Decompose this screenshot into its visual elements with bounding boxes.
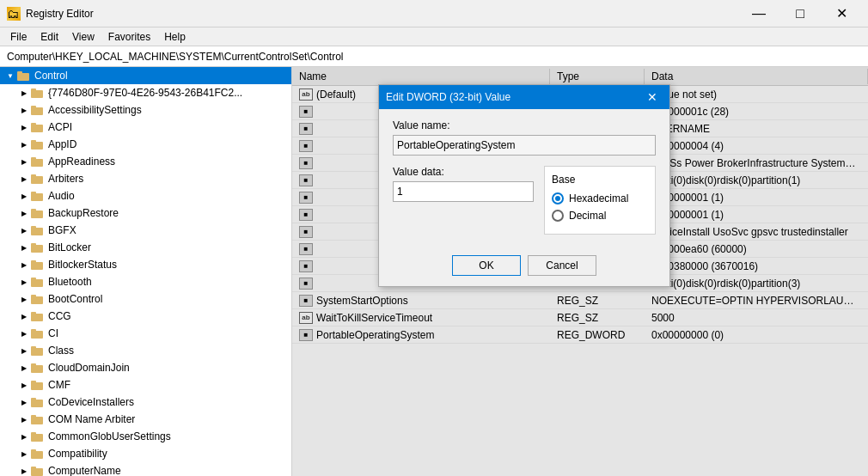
folder-icon-bluetooth (31, 275, 45, 289)
tree-arrow-12 (17, 309, 31, 323)
tree-label-9: BitLocker (48, 241, 91, 253)
dialog-close-button[interactable]: ✕ (642, 87, 663, 107)
folder-icon-10 (31, 258, 45, 272)
tree-label-20: ComputerName (48, 465, 121, 476)
value-data-input[interactable] (393, 181, 534, 202)
tree-item-20[interactable]: ComputerName (0, 462, 291, 476)
tree-arrow-4 (17, 155, 31, 168)
tree-arrow-15 (17, 378, 31, 392)
tree-label-class: Class (48, 345, 74, 357)
tree-item-12[interactable]: CCG (0, 308, 291, 325)
menu-bar: File Edit View Favorites Help (0, 27, 868, 46)
tree-item-bluetooth[interactable]: Bluetooth (0, 273, 291, 290)
folder-icon-9 (31, 241, 45, 254)
tree-arrow-bluetooth (17, 275, 31, 289)
tree-arrow-11 (17, 292, 31, 306)
folder-icon-8 (31, 223, 45, 237)
folder-icon-class (31, 344, 45, 357)
menu-file[interactable]: File (3, 29, 34, 45)
dialog-titlebar: Edit DWORD (32-bit) Value ✕ (379, 85, 669, 109)
tree-item-18[interactable]: CommonGlobUserSettings (0, 428, 291, 445)
menu-help[interactable]: Help (157, 29, 193, 45)
tree-label-0: {7746D80F-97E0-4E26-9543-26B41FC2... (48, 87, 242, 99)
tree-item-2[interactable]: ACPI (0, 119, 291, 136)
tree-item-control[interactable]: Control (0, 67, 291, 84)
tree-arrow-7 (17, 206, 31, 220)
tree-label-13: CI (48, 327, 58, 339)
tree-item-8[interactable]: BGFX (0, 222, 291, 239)
tree-item-3[interactable]: AppID (0, 136, 291, 153)
tree-item-0[interactable]: {7746D80F-97E0-4E26-9543-26B41FC2... (0, 84, 291, 101)
tree-label-3: AppID (48, 138, 76, 150)
tree-item-class[interactable]: Class (0, 342, 291, 359)
menu-edit[interactable]: Edit (34, 29, 65, 45)
tree-arrow-8 (17, 223, 31, 237)
tree-label-12: CCG (48, 310, 71, 322)
tree-arrow-14 (17, 361, 31, 375)
close-button[interactable]: ✕ (822, 0, 861, 27)
tree-label-bluetooth: Bluetooth (48, 276, 92, 288)
folder-icon-3 (31, 137, 45, 151)
tree-label-4: AppReadiness (48, 156, 115, 168)
tree-item-6[interactable]: Audio (0, 187, 291, 204)
tree-item-4[interactable]: AppReadiness (0, 153, 291, 170)
tree-item-9[interactable]: BitLocker (0, 239, 291, 256)
maximize-button[interactable]: □ (780, 0, 820, 27)
value-name-label: Value name: (393, 119, 656, 131)
tree-label-11: BootControl (48, 293, 102, 305)
tree-item-17[interactable]: COM Name Arbiter (0, 411, 291, 428)
tree-arrow-18 (17, 430, 31, 443)
tree-item-15[interactable]: CMF (0, 376, 291, 394)
dialog-title: Edit DWORD (32-bit) Value (386, 91, 642, 103)
tree-item-7[interactable]: BackupRestore (0, 204, 291, 222)
tree-item-19[interactable]: Compatibility (0, 445, 291, 462)
address-path: Computer\HKEY_LOCAL_MACHINE\SYSTEM\Curre… (7, 51, 343, 63)
radio-hex-circle (552, 192, 564, 204)
address-bar: Computer\HKEY_LOCAL_MACHINE\SYSTEM\Curre… (0, 46, 868, 67)
tree-arrow-20 (17, 464, 31, 476)
tree-label-8: BGFX (48, 224, 76, 236)
tree-arrow-1 (17, 103, 31, 117)
tree-item-1[interactable]: AccessibilitySettings (0, 101, 291, 119)
tree-item-14[interactable]: CloudDomainJoin (0, 359, 291, 376)
tree-arrow-9 (17, 241, 31, 254)
minimize-button[interactable]: — (739, 0, 779, 27)
dialog-base-section: Base Hexadecimal Decimal (544, 166, 656, 235)
tree-item-11[interactable]: BootControl (0, 290, 291, 308)
cancel-button[interactable]: Cancel (528, 255, 596, 276)
folder-icon-13 (31, 326, 45, 340)
dialog-buttons: OK Cancel (393, 248, 656, 276)
tree-label-19: Compatibility (48, 448, 107, 460)
tree-item-10[interactable]: BitlockerStatus (0, 256, 291, 273)
folder-icon-0 (31, 86, 45, 100)
edit-dword-dialog: Edit DWORD (32-bit) Value ✕ Value name: … (378, 84, 670, 287)
folder-icon-2 (31, 120, 45, 134)
main-content: Control {7746D80F-97E0-4E26-9543-26B41FC… (0, 67, 868, 476)
radio-hexadecimal[interactable]: Hexadecimal (552, 192, 648, 204)
tree-item-5[interactable]: Arbiters (0, 170, 291, 187)
menu-view[interactable]: View (65, 29, 101, 45)
tree-item-16[interactable]: CoDeviceInstallers (0, 394, 291, 411)
values-panel: Name Type Data ab (Default) REG_SZ (valu… (292, 67, 868, 476)
dialog-row: Value data: Base Hexadecimal Decim (393, 166, 656, 235)
tree-label-14: CloudDomainJoin (48, 362, 130, 374)
value-name-input[interactable] (393, 135, 656, 156)
ok-button[interactable]: OK (452, 255, 521, 276)
window-controls: — □ ✕ (739, 0, 861, 27)
dialog-value-section: Value data: (393, 166, 534, 235)
folder-icon-1 (31, 103, 45, 117)
tree-arrow-3 (17, 137, 31, 151)
tree-label-6: Audio (48, 190, 75, 202)
tree-panel: Control {7746D80F-97E0-4E26-9543-26B41FC… (0, 67, 292, 476)
tree-label-7: BackupRestore (48, 207, 119, 219)
tree-item-13[interactable]: CI (0, 325, 291, 342)
menu-favorites[interactable]: Favorites (101, 29, 157, 45)
folder-icon-16 (31, 395, 45, 409)
folder-icon-18 (31, 430, 45, 443)
dialog-overlay: Edit DWORD (32-bit) Value ✕ Value name: … (292, 67, 868, 476)
tree-label-10: BitlockerStatus (48, 259, 117, 271)
folder-icon-20 (31, 464, 45, 476)
radio-decimal[interactable]: Decimal (552, 210, 648, 222)
app-icon: 🗂 (7, 7, 21, 21)
title-bar: 🗂 Registry Editor — □ ✕ (0, 0, 868, 27)
